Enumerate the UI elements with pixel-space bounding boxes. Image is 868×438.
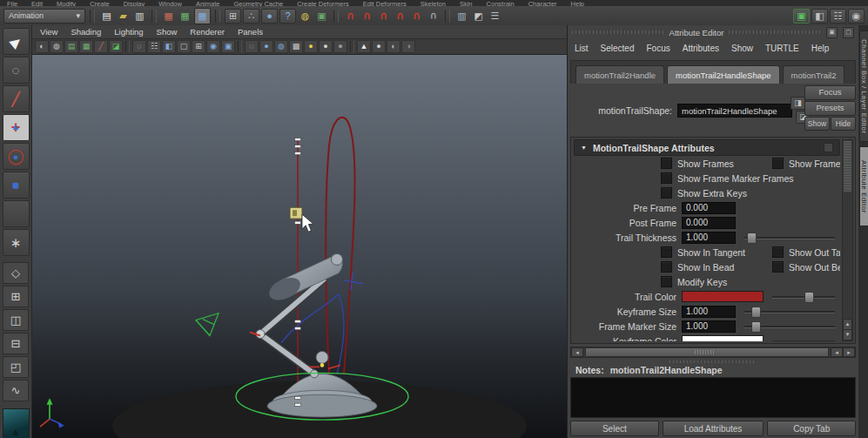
lasso-tool-button[interactable]: ◌ [3, 57, 30, 84]
camera-attributes-icon[interactable]: ▤ [64, 40, 78, 53]
layout-hypershade-button[interactable]: ◰ [3, 356, 29, 378]
layout-four-pane-button[interactable]: ⊞ [3, 286, 29, 307]
selected-key-handle[interactable] [290, 207, 302, 219]
select-hierarchy-icon[interactable]: ▦ [161, 9, 176, 24]
presets-button[interactable]: Presets [804, 101, 856, 116]
snap-to-grid-icon[interactable]: ∪ [343, 9, 358, 24]
all-lights-icon[interactable]: ● [304, 40, 318, 53]
exposure-icon[interactable]: ◑ [401, 40, 415, 53]
image-plane-icon[interactable]: ◪ [109, 40, 123, 53]
select-button[interactable]: Select [570, 421, 659, 436]
menu-skin[interactable]: Skin [460, 0, 473, 6]
layout-graph-editor-button[interactable]: ∿ [3, 380, 29, 401]
keyframe-size-input[interactable] [682, 306, 736, 318]
vp-menu-view[interactable]: View [40, 27, 57, 37]
ae-menu-turtle[interactable]: TURTLE [765, 44, 799, 53]
show-frame-numbers-checkbox[interactable] [772, 158, 784, 169]
horizontal-scrollbar[interactable]: ◂ ◂ ▸ [570, 347, 856, 358]
show-frames-checkbox[interactable] [661, 158, 672, 169]
move-tool-button[interactable]: + ▲ [3, 114, 30, 141]
paint-select-tool-button[interactable]: ╱ [3, 85, 30, 112]
collapse-triangle-icon[interactable]: ▼ [581, 145, 587, 151]
joint-xray-icon[interactable]: ● [372, 40, 386, 53]
layout-persp-graph-button[interactable]: ⊟ [3, 333, 29, 354]
input-connections-icon[interactable]: ▥ [454, 9, 469, 24]
menu-window[interactable]: Window [158, 0, 182, 6]
drag-handle[interactable] [572, 30, 664, 34]
lock-selection-icon[interactable]: ◍ [298, 9, 313, 24]
ae-menu-help[interactable]: Help [811, 44, 830, 53]
ae-menu-list[interactable]: List [575, 44, 589, 53]
scroll-down-icon[interactable]: ▾ [843, 329, 852, 340]
trail-thickness-slider[interactable] [744, 232, 835, 243]
lock-camera-icon[interactable]: ◍ [50, 40, 64, 53]
select-camera-icon[interactable]: ◐ [35, 40, 49, 53]
save-scene-icon[interactable]: ▥ [132, 9, 147, 24]
select-mask-object-icon[interactable]: ● [261, 9, 278, 24]
snap-to-point-icon[interactable]: ∪ [376, 9, 391, 24]
scroll-left-icon-2[interactable]: ◂ [831, 347, 843, 357]
show-in-tangent-checkbox[interactable] [661, 246, 672, 258]
gate-mask-icon[interactable]: ◧ [162, 40, 176, 53]
vp-menu-panels[interactable]: Panels [238, 27, 263, 37]
use-default-material-icon[interactable]: ▩ [289, 40, 303, 53]
section-motiontrailshape-attributes[interactable]: ▼ MotionTrailShape Attributes [574, 139, 840, 156]
select-node-icon[interactable]: ◨ [791, 97, 805, 110]
render-view-icon[interactable]: ◩ [471, 9, 486, 24]
notes-drag-handle[interactable] [670, 361, 757, 363]
show-extra-keys-checkbox[interactable] [661, 187, 672, 199]
show-frame-marker-frames-checkbox[interactable] [661, 172, 672, 184]
show-out-tangent-checkbox[interactable] [772, 246, 784, 258]
menu-character[interactable]: Character [528, 0, 557, 6]
select-tool-button[interactable]: ▶ [3, 28, 30, 55]
menu-edit-deformers[interactable]: Edit Deformers [363, 0, 407, 6]
layout-single-pane-button[interactable]: ◇ [3, 262, 29, 284]
scale-tool-button[interactable]: + ◼ [3, 172, 30, 199]
trail-thickness-input[interactable] [682, 232, 736, 244]
construction-history-icon[interactable]: ☰ [488, 9, 502, 24]
menu-help[interactable]: Help [571, 0, 584, 6]
select-component-icon[interactable]: ▦ [194, 8, 211, 24]
frame-marker-size-input[interactable] [682, 320, 736, 333]
trail-color-swatch[interactable] [682, 291, 764, 302]
load-attributes-button[interactable]: Load Attributes [663, 421, 764, 436]
safe-display-icon[interactable]: ▣ [221, 40, 235, 53]
field-chart-icon[interactable]: ▢ [177, 40, 191, 53]
shaded-mode-icon[interactable]: ● [259, 40, 273, 53]
tab-motiontrail2[interactable]: motionTrail2 [783, 65, 845, 84]
show-button[interactable]: Show [804, 117, 830, 131]
attribute-editor-vertical-tab[interactable]: Attribute Editor [859, 146, 868, 226]
ae-menu-show[interactable]: Show [731, 44, 753, 53]
channel-box-vertical-tab[interactable]: Channel Box / Layer Editor [859, 30, 868, 142]
manipulator-center-dot[interactable] [320, 363, 325, 367]
backface-culling-icon[interactable]: ◐ [387, 40, 400, 53]
open-scene-icon[interactable]: ▰ [116, 9, 131, 24]
focus-button[interactable]: Focus [804, 85, 856, 100]
scroll-left-icon[interactable]: ◂ [571, 347, 583, 357]
menu-animate[interactable]: Animate [196, 0, 220, 6]
section-handle-icon[interactable] [824, 143, 833, 152]
snap-to-curve-icon[interactable]: ∪ [360, 9, 374, 24]
xray-mode-icon[interactable]: ▲ [357, 40, 371, 53]
safe-action-icon[interactable]: ⊞ [192, 40, 205, 53]
grease-pencil-icon[interactable]: ╱ [94, 40, 108, 53]
render-thumbnail[interactable]: ▲ [3, 408, 30, 438]
select-mask-points-icon[interactable]: ∴ [243, 9, 259, 24]
keyframe-size-slider[interactable] [744, 306, 835, 317]
safe-title-icon[interactable]: ◉ [206, 40, 220, 53]
resolution-gate-icon[interactable]: ☷ [147, 40, 161, 53]
vertical-scrollbar[interactable]: ▴ ▾ [842, 139, 853, 341]
flat-lighting-icon[interactable]: ● [319, 40, 333, 53]
no-lights-icon[interactable]: ● [333, 40, 347, 53]
menu-create[interactable]: Create [90, 0, 110, 6]
scroll-right-icon[interactable]: ▸ [843, 347, 855, 357]
wireframe-mode-icon[interactable]: ◌ [245, 40, 259, 53]
keyframe-color-swatch[interactable] [682, 335, 764, 341]
copy-tab-button[interactable]: Copy Tab [767, 421, 856, 436]
snap-to-projected-center-icon[interactable]: ∪ [393, 9, 407, 24]
notes-textarea[interactable] [570, 377, 856, 418]
panel-restore-icon[interactable]: ▣ [826, 27, 838, 38]
h-scrollbar-thumb[interactable] [585, 347, 829, 357]
menu-modify[interactable]: Modify [57, 0, 76, 6]
keyframe-color-slider[interactable] [772, 335, 835, 341]
